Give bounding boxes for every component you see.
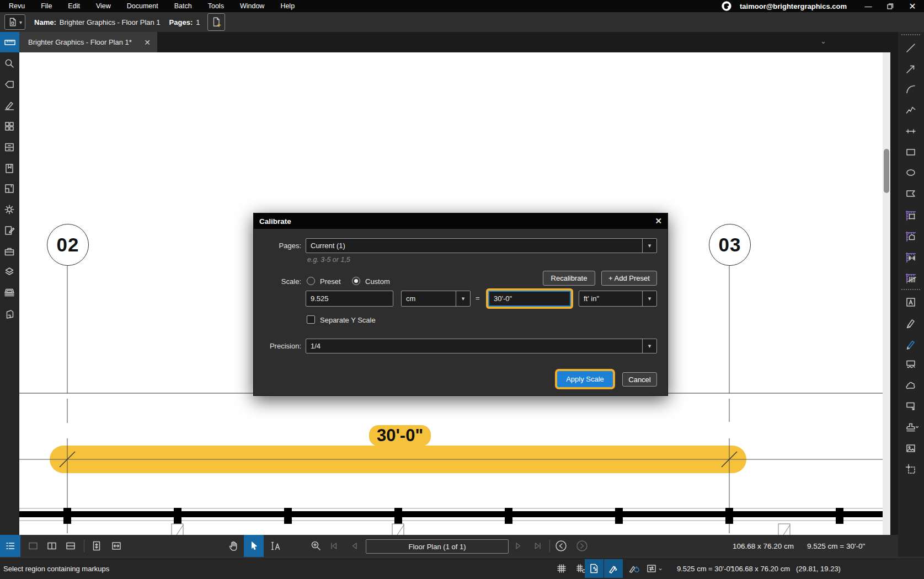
dialog-close-icon[interactable]: ✕ bbox=[655, 216, 662, 226]
menu-revu[interactable]: Revu bbox=[9, 2, 25, 10]
snap-to-content-button[interactable] bbox=[585, 559, 603, 578]
volume-tool-icon[interactable] bbox=[905, 230, 917, 243]
fit-page-button[interactable] bbox=[88, 535, 105, 557]
separate-y-label[interactable]: Separate Y Scale bbox=[320, 316, 376, 324]
add-preset-button[interactable]: + Add Preset bbox=[601, 271, 657, 286]
pan-tool-button[interactable] bbox=[225, 535, 243, 557]
restore-button[interactable] bbox=[883, 2, 898, 10]
next-view-button[interactable] bbox=[574, 535, 590, 557]
flag-icon[interactable] bbox=[3, 78, 15, 90]
previous-view-button[interactable] bbox=[553, 535, 569, 557]
windows-icon[interactable] bbox=[3, 287, 15, 299]
split-horizontal-button[interactable] bbox=[63, 535, 78, 557]
image-tool-icon[interactable] bbox=[905, 442, 917, 454]
menu-document[interactable]: Document bbox=[127, 2, 158, 10]
grid-bubble-03[interactable]: 03 bbox=[709, 224, 751, 266]
vertical-scrollbar[interactable] bbox=[883, 52, 890, 535]
snap-to-markup-button[interactable] bbox=[604, 559, 623, 578]
status-size[interactable]: 106.68 x 76.20 cm bbox=[731, 557, 790, 579]
page-indicator[interactable]: Floor Plan (1 of 1) bbox=[366, 539, 509, 554]
count-tool-icon[interactable] bbox=[905, 272, 917, 285]
dialog-title-bar[interactable]: Calibrate ✕ bbox=[254, 213, 667, 229]
to-value-input[interactable]: 30'-0" bbox=[488, 291, 571, 307]
document-tab[interactable]: Brighter Graphics - Floor Plan 1* ✕ bbox=[19, 32, 157, 52]
select-text-button[interactable] bbox=[267, 535, 285, 557]
document-menu-button[interactable]: ▾ bbox=[4, 14, 25, 30]
snapshot-tool-icon[interactable] bbox=[905, 463, 917, 475]
apply-scale-button[interactable]: Apply Scale bbox=[557, 371, 613, 387]
account-email[interactable]: taimoor@brightergraphics.com bbox=[740, 2, 847, 10]
custom-radio[interactable] bbox=[352, 277, 360, 285]
single-pane-button[interactable] bbox=[25, 535, 41, 557]
polygon-tool-icon[interactable] bbox=[905, 187, 917, 200]
polyline-tool-icon[interactable] bbox=[905, 104, 917, 116]
spaces-icon[interactable] bbox=[3, 183, 15, 195]
arrow-tool-icon[interactable] bbox=[905, 63, 917, 75]
recalibrate-button[interactable]: Recalibrate bbox=[543, 271, 595, 286]
menu-view[interactable]: View bbox=[96, 2, 111, 10]
callout-tool-icon[interactable] bbox=[905, 358, 917, 371]
reuse-markup-button[interactable] bbox=[624, 559, 643, 578]
separate-y-checkbox[interactable] bbox=[307, 315, 315, 324]
rectangle-tool-icon[interactable] bbox=[905, 146, 917, 158]
preset-radio-label[interactable]: Preset bbox=[320, 277, 341, 286]
file-access-icon[interactable] bbox=[3, 141, 15, 153]
last-page-button[interactable] bbox=[531, 535, 545, 557]
callout-arrow-tool-icon[interactable] bbox=[905, 400, 917, 412]
menu-batch[interactable]: Batch bbox=[174, 2, 192, 10]
stamp-tool-icon[interactable] bbox=[905, 421, 919, 433]
studio-icon[interactable] bbox=[3, 308, 15, 320]
tab-list-chevron-icon[interactable]: ⌄ bbox=[820, 37, 826, 45]
bookmarks-icon[interactable] bbox=[3, 162, 15, 174]
zoom-tool-button[interactable] bbox=[307, 535, 325, 557]
status-scale[interactable]: 9.525 cm = 30'-0" bbox=[677, 557, 733, 579]
insert-pages-button[interactable] bbox=[207, 13, 225, 31]
menu-edit[interactable]: Edit bbox=[68, 2, 80, 10]
split-vertical-button[interactable] bbox=[44, 535, 60, 557]
tool-chest-icon[interactable] bbox=[3, 245, 15, 258]
dimension-label[interactable]: 30'-0" bbox=[369, 425, 431, 446]
settings-gear-icon[interactable] bbox=[3, 203, 15, 216]
next-page-button[interactable] bbox=[511, 535, 525, 557]
tab-close-icon[interactable]: ✕ bbox=[144, 38, 151, 47]
chevron-down-icon[interactable]: ⌄ bbox=[658, 564, 663, 572]
minimize-button[interactable]: — bbox=[861, 2, 875, 10]
custom-radio-label[interactable]: Custom bbox=[365, 277, 390, 286]
markup-list-toggle-button[interactable] bbox=[0, 535, 20, 557]
pen-tool-icon[interactable] bbox=[905, 338, 917, 350]
cloud-tool-icon[interactable] bbox=[905, 379, 917, 392]
fit-width-button[interactable] bbox=[108, 535, 125, 557]
textbox-tool-icon[interactable] bbox=[905, 296, 917, 308]
scrollbar-thumb[interactable] bbox=[884, 149, 889, 193]
thumbnails-icon[interactable] bbox=[3, 120, 15, 132]
cancel-button[interactable]: Cancel bbox=[622, 372, 657, 387]
menu-help[interactable]: Help bbox=[280, 2, 295, 10]
grid-bubble-02[interactable]: 02 bbox=[47, 224, 89, 266]
from-unit-select[interactable]: cm ▾ bbox=[401, 291, 471, 307]
close-button[interactable]: ✕ bbox=[905, 1, 920, 12]
highlighter-tool-icon[interactable] bbox=[905, 317, 917, 329]
length-tool-icon[interactable] bbox=[905, 42, 917, 54]
from-value-input[interactable]: 9.525 bbox=[306, 291, 393, 307]
menu-file[interactable]: File bbox=[41, 2, 52, 10]
preset-radio[interactable] bbox=[307, 277, 315, 285]
search-icon[interactable] bbox=[3, 57, 15, 69]
previous-page-button[interactable] bbox=[348, 535, 362, 557]
perimeter-tool-icon[interactable] bbox=[905, 125, 917, 137]
menu-tools[interactable]: Tools bbox=[208, 2, 224, 10]
markup-list-icon[interactable] bbox=[3, 224, 15, 237]
select-tool-button[interactable] bbox=[244, 535, 264, 557]
to-unit-select[interactable]: ft' in" ▾ bbox=[579, 291, 657, 307]
area-tool-icon[interactable] bbox=[905, 210, 917, 222]
menu-window[interactable]: Window bbox=[240, 2, 264, 10]
pages-select[interactable]: Current (1) ▾ bbox=[306, 238, 657, 253]
width-tool-icon[interactable] bbox=[905, 251, 917, 264]
arc-tool-icon[interactable] bbox=[905, 83, 917, 95]
grid-toggle-button[interactable] bbox=[552, 559, 571, 578]
ellipse-tool-icon[interactable] bbox=[905, 167, 917, 179]
first-page-button[interactable] bbox=[327, 535, 341, 557]
measurements-panel-button[interactable] bbox=[0, 32, 19, 52]
markup-pen-icon[interactable] bbox=[3, 99, 15, 111]
layers-icon[interactable] bbox=[3, 266, 15, 278]
precision-select[interactable]: 1/4 ▾ bbox=[306, 339, 657, 353]
